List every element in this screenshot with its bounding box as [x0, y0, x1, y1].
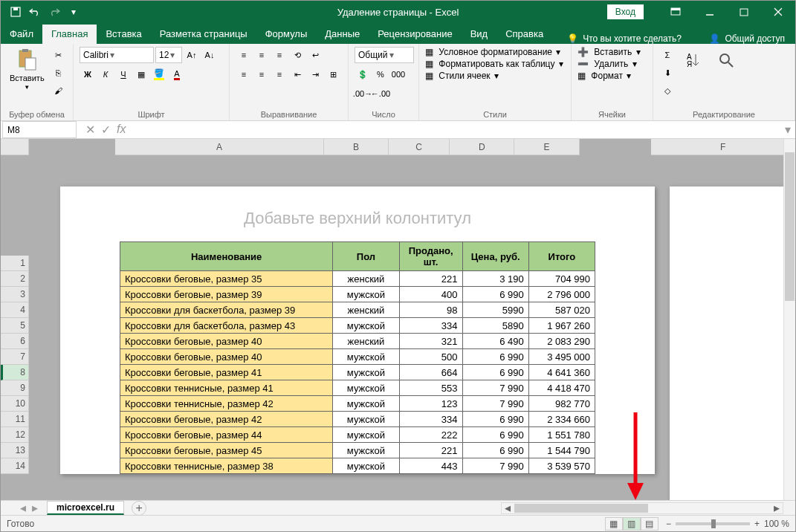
row-header-11[interactable]: 11 — [1, 412, 29, 427]
row-header-13[interactable]: 13 — [1, 443, 29, 458]
table-cell[interactable]: Кроссовки теннисные, размер 41 — [120, 380, 333, 396]
comma-icon[interactable]: 000 — [390, 66, 407, 82]
table-cell[interactable]: мужской — [333, 318, 399, 334]
align-right-icon[interactable]: ≡ — [271, 66, 288, 82]
table-cell[interactable]: Кроссовки теннисные, размер 42 — [120, 396, 333, 412]
paste-button[interactable]: Вставить ▼ — [7, 47, 48, 92]
table-cell[interactable]: 334 — [399, 412, 462, 427]
table-cell[interactable]: 7 990 — [462, 380, 528, 396]
table-cell[interactable]: 3 495 000 — [528, 349, 595, 365]
table-cell[interactable]: Кроссовки теннисные, размер 38 — [120, 458, 333, 474]
row-header-9[interactable]: 9 — [1, 380, 29, 396]
scrollbar-thumb[interactable] — [785, 152, 795, 301]
tab-home[interactable]: Главная — [42, 25, 97, 44]
tab-insert[interactable]: Вставка — [97, 25, 150, 44]
table-cell[interactable]: 1 551 780 — [528, 427, 595, 443]
table-cell[interactable]: 704 990 — [528, 271, 595, 287]
table-cell[interactable]: 334 — [399, 318, 462, 334]
page-break-view-icon[interactable]: ▤ — [641, 517, 659, 531]
table-cell[interactable]: 222 — [399, 427, 462, 443]
currency-icon[interactable]: 💲 — [355, 66, 371, 82]
row-header-14[interactable]: 14 — [1, 458, 29, 474]
tell-me[interactable]: 💡 Что вы хотите сделать? — [567, 33, 682, 44]
font-name-select[interactable]: Calibri▾ — [80, 47, 154, 63]
merge-cells-icon[interactable]: ⊞ — [325, 66, 341, 82]
wrap-text-icon[interactable]: ↩ — [307, 47, 323, 63]
table-cell[interactable]: Кроссовки беговые, размер 42 — [120, 412, 333, 427]
scroll-right-icon[interactable]: ▸ — [771, 503, 783, 513]
format-cells-button[interactable]: ▦ Формат ▾ — [577, 71, 641, 81]
table-cell[interactable]: 4 641 360 — [528, 365, 595, 380]
table-cell[interactable]: 5890 — [462, 318, 528, 334]
table-cell[interactable]: мужской — [333, 427, 399, 443]
table-cell[interactable]: 443 — [399, 458, 462, 474]
undo-icon[interactable] — [26, 3, 44, 21]
table-cell[interactable]: 1 967 260 — [528, 318, 595, 334]
table-cell[interactable]: 587 020 — [528, 302, 595, 318]
table-cell[interactable]: 2 083 290 — [528, 334, 595, 349]
page-layout-view-icon[interactable]: ▥ — [623, 517, 641, 531]
table-cell[interactable]: 664 — [399, 365, 462, 380]
table-cell[interactable]: Кроссовки для баскетбола, размер 43 — [120, 318, 333, 334]
row-header-6[interactable]: 6 — [1, 334, 29, 349]
row-header-3[interactable]: 3 — [1, 287, 29, 302]
sort-filter-button[interactable]: AЯ — [679, 47, 708, 74]
table-cell[interactable]: 3 190 — [462, 271, 528, 287]
cancel-formula-icon[interactable]: ✕ — [85, 123, 95, 137]
share-button[interactable]: 👤 Общий доступ — [709, 33, 785, 44]
row-header-7[interactable]: 7 — [1, 349, 29, 365]
tab-help[interactable]: Справка — [496, 25, 552, 44]
table-cell[interactable]: мужской — [333, 458, 399, 474]
table-cell[interactable]: Кроссовки беговые, размер 35 — [120, 271, 333, 287]
zoom-slider[interactable] — [676, 522, 750, 525]
table-cell[interactable]: 5990 — [462, 302, 528, 318]
table-cell[interactable]: мужской — [333, 365, 399, 380]
table-cell[interactable]: 221 — [399, 271, 462, 287]
table-cell[interactable]: мужской — [333, 349, 399, 365]
decrease-font-icon[interactable]: A↓ — [201, 47, 218, 63]
table-cell[interactable]: Кроссовки беговые, размер 40 — [120, 334, 333, 349]
col-header-F[interactable]: F — [651, 139, 795, 155]
table-cell[interactable]: 221 — [399, 443, 462, 458]
sheet-tab-active[interactable]: microexcel.ru — [47, 501, 124, 515]
align-bottom-icon[interactable]: ≡ — [271, 47, 288, 63]
table-cell[interactable]: 123 — [399, 396, 462, 412]
maximize-icon[interactable] — [727, 1, 761, 23]
save-icon[interactable] — [7, 3, 25, 21]
zoom-in-icon[interactable]: + — [754, 519, 760, 529]
table-cell[interactable]: 1 544 790 — [528, 443, 595, 458]
col-header-E[interactable]: E — [514, 139, 579, 155]
scrollbar-thumb[interactable] — [514, 504, 648, 513]
table-cell[interactable]: 7 990 — [462, 396, 528, 412]
table-cell[interactable]: мужской — [333, 396, 399, 412]
zoom-level[interactable]: 100 % — [764, 519, 789, 529]
table-cell[interactable]: женский — [333, 271, 399, 287]
row-header-1[interactable]: 1 — [1, 256, 29, 271]
zoom-out-icon[interactable]: − — [666, 519, 671, 529]
table-cell[interactable]: 4 418 470 — [528, 380, 595, 396]
table-cell[interactable]: 321 — [399, 334, 462, 349]
col-header-B[interactable]: B — [324, 139, 389, 155]
tab-file[interactable]: Файл — [1, 25, 42, 44]
font-color-icon[interactable]: A — [169, 66, 185, 82]
align-center-icon[interactable]: ≡ — [253, 66, 270, 82]
table-cell[interactable]: 6 990 — [462, 443, 528, 458]
autosum-icon[interactable]: Σ — [659, 47, 676, 63]
normal-view-icon[interactable]: ▦ — [605, 517, 623, 531]
qat-customize-icon[interactable]: ▾ — [65, 3, 82, 21]
table-cell[interactable]: мужской — [333, 412, 399, 427]
vertical-scrollbar[interactable] — [783, 139, 795, 500]
select-all-corner[interactable] — [1, 139, 29, 155]
header-placeholder[interactable]: Добавьте верхний колонтитул — [60, 186, 655, 241]
copy-icon[interactable]: ⎘ — [51, 65, 67, 81]
table-cell[interactable]: 6 990 — [462, 427, 528, 443]
format-as-table-button[interactable]: ▦ Форматировать как таблицу ▾ — [425, 59, 563, 69]
orientation-icon[interactable]: ⟲ — [289, 47, 305, 63]
table-cell[interactable]: 6 990 — [462, 349, 528, 365]
table-cell[interactable]: 98 — [399, 302, 462, 318]
increase-indent-icon[interactable]: ⇥ — [307, 66, 323, 82]
table-cell[interactable]: Кроссовки для баскетбола, размер 39 — [120, 302, 333, 318]
table-cell[interactable]: 6 990 — [462, 412, 528, 427]
name-box[interactable]: M8 — [2, 121, 77, 138]
add-sheet-button[interactable]: + — [132, 501, 146, 516]
